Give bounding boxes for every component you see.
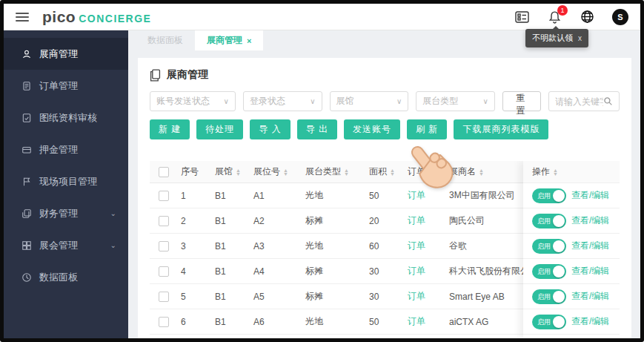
sidebar-item-5[interactable]: 现场项目管理 <box>4 165 128 197</box>
order-link[interactable]: 订单 <box>408 290 425 303</box>
enable-toggle[interactable]: 启用 <box>532 214 566 228</box>
cell: 50 <box>366 191 405 201</box>
cell: B1 <box>212 266 250 277</box>
hamburger-menu-icon[interactable] <box>16 13 29 22</box>
cell: 标摊 <box>302 265 366 277</box>
sidebar-item-label: 押金管理 <box>39 143 78 157</box>
operation-row-6: 启用查看/编辑 <box>523 309 620 335</box>
filter-select-4[interactable]: 展台类型∨ <box>416 91 495 111</box>
exhibition-icon <box>21 240 32 251</box>
bell-icon[interactable]: 1 <box>547 10 562 24</box>
order-link[interactable]: 订单 <box>408 240 425 252</box>
enable-toggle[interactable]: 启用 <box>532 188 566 203</box>
view-edit-link[interactable]: 查看/编辑 <box>571 315 609 328</box>
operation-row-3: 启用查看/编辑 <box>523 234 620 259</box>
column-header-label: 序号 <box>181 165 199 178</box>
filter-select-2[interactable]: 登录状态∨ <box>243 91 322 111</box>
filter-select-1[interactable]: 账号发送状态∨ <box>150 91 236 111</box>
sort-icon[interactable]: ▲▼ <box>479 168 484 176</box>
cell <box>150 292 178 302</box>
toggle-knob <box>553 316 565 328</box>
operation-row-1: 启用查看/编辑 <box>523 183 620 208</box>
claim-card-icon[interactable] <box>514 10 529 24</box>
select-all-checkbox[interactable] <box>159 167 169 177</box>
reset-button[interactable]: 重 置 <box>502 91 541 111</box>
cell <box>150 266 178 277</box>
cell: 5 <box>178 292 212 302</box>
claim-tooltip-text: 不明款认领 <box>532 33 573 44</box>
view-edit-link[interactable]: 查看/编辑 <box>571 290 609 303</box>
enable-toggle[interactable]: 启用 <box>532 315 566 329</box>
toolbar-button-1[interactable]: 新 建 <box>150 119 190 139</box>
row-checkbox[interactable] <box>159 266 169 277</box>
enable-toggle[interactable]: 启用 <box>532 239 566 254</box>
enable-toggle[interactable]: 启用 <box>532 289 566 304</box>
cell: 20 <box>366 216 405 226</box>
sort-icon[interactable]: ▲▼ <box>236 168 241 176</box>
view-edit-link[interactable]: 查看/编辑 <box>571 240 609 252</box>
row-checkbox[interactable] <box>159 241 169 251</box>
logo-pico-text: pico <box>42 8 76 26</box>
row-checkbox[interactable] <box>159 191 169 201</box>
toolbar-button-4[interactable]: 导 出 <box>297 119 337 139</box>
sidebar-item-label: 图纸资料审核 <box>39 111 97 125</box>
tab-close-icon[interactable]: × <box>247 36 251 45</box>
header-actions: 1 S <box>514 9 628 25</box>
sort-icon[interactable]: ▲▼ <box>344 168 349 176</box>
sidebar-item-3[interactable]: 图纸资料审核 <box>4 102 128 134</box>
sort-icon[interactable]: ▲▼ <box>553 168 558 176</box>
tooltip-close-icon[interactable]: x <box>578 34 582 42</box>
globe-icon[interactable] <box>580 10 594 24</box>
sidebar-item-label: 财务管理 <box>39 207 78 220</box>
document-icon <box>150 69 161 82</box>
operation-row-7: 启用查看/编辑 <box>523 335 620 338</box>
view-edit-link[interactable]: 查看/编辑 <box>571 214 609 227</box>
app-body: 展商管理订单管理图纸资料审核押金管理现场项目管理财务管理⌄展会管理⌄数据面板 数… <box>4 30 640 338</box>
toolbar-button-6[interactable]: 刷 新 <box>407 119 447 139</box>
sort-icon[interactable]: ▲▼ <box>390 168 395 176</box>
sidebar-item-4[interactable]: 押金管理 <box>4 134 128 165</box>
operation-row-2: 启用查看/编辑 <box>523 208 620 234</box>
select-placeholder: 账号发送状态 <box>156 95 210 108</box>
enable-toggle[interactable]: 启用 <box>532 264 566 279</box>
sidebar-item-1[interactable]: 展商管理 <box>4 38 128 70</box>
tab-1[interactable]: 数据面板 <box>136 30 195 50</box>
sidebar-item-7[interactable]: 展会管理⌄ <box>4 229 128 261</box>
cell: B1 <box>212 241 250 251</box>
row-checkbox[interactable] <box>159 292 169 302</box>
view-edit-link[interactable]: 查看/编辑 <box>571 265 609 277</box>
toggle-label: 启用 <box>537 292 551 302</box>
tab-2[interactable]: 展商管理× <box>195 30 263 50</box>
screenshot-frame: pico CONCIERGE 1 <box>0 0 644 342</box>
toolbar-button-5[interactable]: 发送账号 <box>344 119 400 139</box>
column-header: 序号 <box>178 165 212 178</box>
order-link[interactable]: 订单 <box>408 265 425 277</box>
app-window: pico CONCIERGE 1 <box>4 4 640 338</box>
hand-cursor-pointer <box>402 141 462 205</box>
sort-icon[interactable]: ▲▼ <box>283 168 288 176</box>
toolbar-button-7[interactable]: 下载展商列表模版 <box>454 119 548 139</box>
cell: 60 <box>366 241 405 251</box>
cell: 1 <box>178 191 212 201</box>
filter-select-3[interactable]: 展馆∨ <box>330 91 409 111</box>
sidebar-item-8[interactable]: 数据面板 <box>4 261 128 293</box>
column-header: 面积▲▼ <box>366 165 405 178</box>
row-checkbox[interactable] <box>159 216 169 226</box>
keyword-search-input[interactable] <box>555 96 603 107</box>
main-area: 数据面板展商管理× 展商管理 账号发送状态∨登录状态∨展馆∨展台类型∨ 重 置 <box>128 30 640 338</box>
user-avatar[interactable]: S <box>612 9 628 25</box>
view-edit-link[interactable]: 查看/编辑 <box>571 189 609 202</box>
operation-row-4: 启用查看/编辑 <box>523 259 620 284</box>
order-link[interactable]: 订单 <box>408 214 425 227</box>
onsite-icon <box>21 177 32 187</box>
chevron-down-icon: ∨ <box>396 97 402 105</box>
sidebar-item-2[interactable]: 订单管理 <box>4 70 128 102</box>
toolbar-button-3[interactable]: 导 入 <box>250 119 290 139</box>
row-checkbox[interactable] <box>159 317 169 327</box>
toolbar-button-2[interactable]: 待处理 <box>196 119 243 139</box>
order-link[interactable]: 订单 <box>408 315 425 328</box>
panel-title: 展商管理 <box>150 68 620 82</box>
chevron-down-icon: ∨ <box>224 97 229 105</box>
sidebar-item-6[interactable]: 财务管理⌄ <box>4 197 128 229</box>
search-icon[interactable] <box>603 96 613 106</box>
